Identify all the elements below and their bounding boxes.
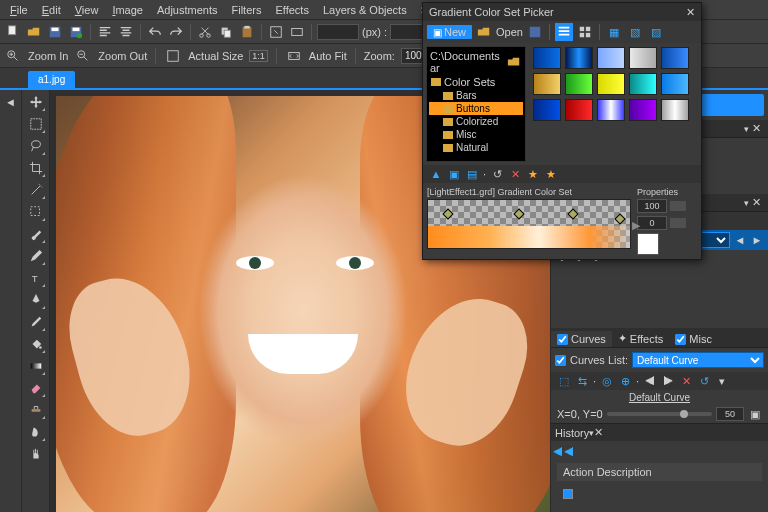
curve-slider-value[interactable] — [716, 407, 744, 421]
clone-tool-icon[interactable] — [28, 402, 44, 418]
menu-adjustments[interactable]: Adjustments — [151, 2, 224, 18]
gradient-stop[interactable] — [614, 214, 625, 225]
auto-fit-label[interactable]: Auto Fit — [309, 50, 347, 62]
panel-close-icon[interactable]: ✕ — [749, 122, 764, 135]
curve-slider[interactable] — [607, 412, 712, 416]
prop-slider-1[interactable] — [670, 201, 686, 211]
gradient-swatch[interactable] — [597, 73, 625, 95]
save-gradient-icon[interactable] — [526, 23, 544, 41]
gradient-swatch[interactable] — [565, 73, 593, 95]
tree-item[interactable]: Buttons — [429, 102, 523, 115]
menu-effects[interactable]: Effects — [269, 2, 314, 18]
redo-icon[interactable] — [167, 23, 185, 41]
open-file-icon[interactable] — [25, 23, 43, 41]
eraser-tool-icon[interactable] — [28, 380, 44, 396]
arrow-up-icon[interactable]: ▲ — [429, 167, 443, 181]
marquee-tool-icon[interactable] — [28, 204, 44, 220]
grad-add-icon[interactable]: ▣ — [447, 167, 461, 181]
document-tab[interactable]: a1.jpg — [28, 71, 75, 88]
history-row[interactable] — [557, 485, 762, 503]
grad-cancel-icon[interactable]: ✕ — [508, 167, 522, 181]
actual-size-label[interactable]: Actual Size — [188, 50, 243, 62]
history-step-check[interactable] — [563, 489, 573, 499]
tree-item[interactable]: Bars — [429, 89, 523, 102]
gradient-swatch[interactable] — [629, 73, 657, 95]
add-icon[interactable]: ▦ — [605, 23, 623, 41]
tab-misc-check[interactable] — [675, 334, 686, 345]
gradient-swatch[interactable] — [629, 99, 657, 121]
align-left-icon[interactable] — [96, 23, 114, 41]
hand-tool-icon[interactable] — [28, 446, 44, 462]
view-list-icon[interactable] — [555, 23, 573, 41]
prop-slider-2[interactable] — [670, 218, 686, 228]
curves-list-select[interactable]: Default Curve — [632, 352, 764, 368]
tab-curves-check[interactable] — [557, 334, 568, 345]
menu-edit[interactable]: Edit — [36, 2, 67, 18]
pencil-tool-icon[interactable] — [28, 248, 44, 264]
prop-value-2[interactable] — [637, 216, 667, 230]
gradient-tool-icon[interactable] — [28, 358, 44, 374]
resize-icon[interactable] — [267, 23, 285, 41]
grad-reset-icon[interactable]: ↺ — [490, 167, 504, 181]
curve-next-icon[interactable]: ⯈ — [661, 374, 675, 388]
gradient-swatch[interactable] — [597, 99, 625, 121]
move-tool-icon[interactable] — [28, 94, 44, 110]
history-back-icon[interactable]: ⯇⯇ — [557, 445, 571, 459]
gradient-swatch[interactable] — [533, 99, 561, 121]
new-gradient-button[interactable]: ▣ New — [427, 25, 472, 39]
menu-layers[interactable]: Layers & Objects — [317, 2, 413, 18]
fill-tool-icon[interactable] — [28, 336, 44, 352]
curve-prev-icon[interactable]: ⯇ — [643, 374, 657, 388]
align-center-icon[interactable] — [117, 23, 135, 41]
selection-tool-icon[interactable] — [28, 116, 44, 132]
undo-icon[interactable] — [146, 23, 164, 41]
menu-file[interactable]: File — [4, 2, 34, 18]
curve-reset-icon[interactable]: ↺ — [697, 374, 711, 388]
actual-size-icon[interactable] — [164, 47, 182, 65]
dialog-close-icon[interactable]: ✕ — [686, 6, 695, 19]
zoom-out-icon[interactable] — [74, 47, 92, 65]
curve-target-icon[interactable]: ◎ — [600, 374, 614, 388]
menu-filters[interactable]: Filters — [226, 2, 268, 18]
gradient-swatch[interactable] — [597, 47, 625, 69]
gradient-swatch[interactable] — [565, 47, 593, 69]
pen-tool-icon[interactable] — [28, 292, 44, 308]
tree-item[interactable]: Misc — [429, 128, 523, 141]
blend-prev-icon[interactable]: ◄ — [733, 233, 747, 247]
zoom-in-icon[interactable] — [4, 47, 22, 65]
curve-swap-icon[interactable]: ⇆ — [575, 374, 589, 388]
curve-expand-icon[interactable]: ▣ — [748, 407, 762, 421]
auto-fit-icon[interactable] — [285, 47, 303, 65]
browse-icon[interactable] — [506, 53, 522, 71]
grad-star-icon[interactable]: ★ — [526, 167, 540, 181]
tree-root[interactable]: Color Sets — [429, 75, 523, 89]
brush-tool-icon[interactable] — [28, 226, 44, 242]
tab-effects[interactable]: ✦Effects — [612, 330, 669, 347]
lasso-tool-icon[interactable] — [28, 138, 44, 154]
dim-input[interactable] — [317, 24, 359, 40]
curve-add-icon[interactable]: ⊕ — [618, 374, 632, 388]
grad-star2-icon[interactable]: ★ — [544, 167, 558, 181]
new-file-icon[interactable] — [4, 23, 22, 41]
cut-icon[interactable] — [196, 23, 214, 41]
tray-handle-icon[interactable]: ◄ — [3, 94, 19, 110]
zoom-out-label[interactable]: Zoom Out — [98, 50, 147, 62]
save-as-icon[interactable] — [67, 23, 85, 41]
curve-menu-icon[interactable]: ▾ — [715, 374, 729, 388]
panel-close-icon[interactable]: ✕ — [594, 426, 603, 439]
eyedropper-tool-icon[interactable] — [28, 314, 44, 330]
gradient-swatch[interactable] — [629, 47, 657, 69]
prop-value-1[interactable] — [637, 199, 667, 213]
zoom-in-label[interactable]: Zoom In — [28, 50, 68, 62]
blend-next-icon[interactable]: ► — [750, 233, 764, 247]
gradient-stop[interactable] — [443, 209, 454, 220]
open-gradient-icon[interactable] — [475, 23, 493, 41]
gradient-swatch[interactable] — [533, 47, 561, 69]
menu-image[interactable]: Image — [106, 2, 149, 18]
smudge-tool-icon[interactable] — [28, 424, 44, 440]
curve-cancel-icon[interactable]: ✕ — [679, 374, 693, 388]
save-icon[interactable] — [46, 23, 64, 41]
wand-tool-icon[interactable] — [28, 182, 44, 198]
crop-tool-icon[interactable] — [28, 160, 44, 176]
copy-icon[interactable] — [217, 23, 235, 41]
